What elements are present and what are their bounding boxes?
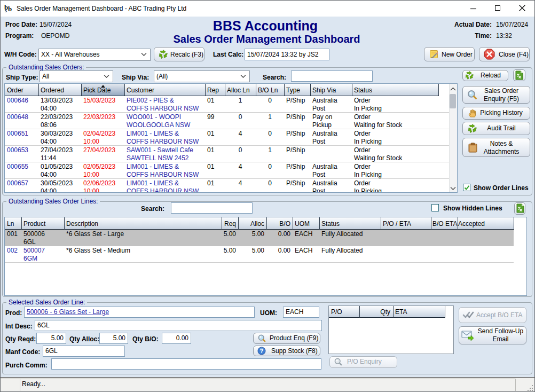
svg-text:?: ? xyxy=(260,348,264,354)
